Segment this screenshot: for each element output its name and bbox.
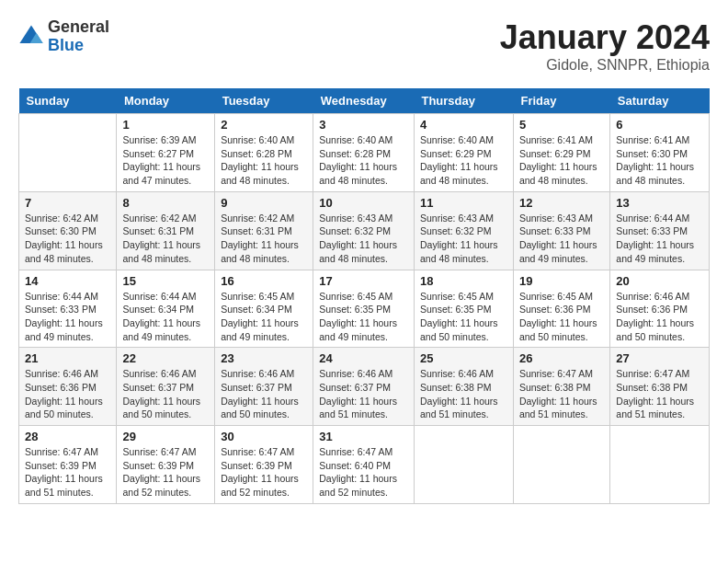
day-number: 14	[25, 274, 110, 288]
day-number: 28	[25, 430, 110, 443]
day-number: 5	[519, 118, 604, 132]
day-number: 21	[25, 351, 110, 365]
day-info: Sunrise: 6:41 AM Sunset: 6:29 PM Dayligh…	[519, 133, 604, 188]
day-info: Sunrise: 6:43 AM Sunset: 6:32 PM Dayligh…	[420, 212, 507, 266]
day-info: Sunrise: 6:47 AM Sunset: 6:38 PM Dayligh…	[519, 367, 604, 421]
day-info: Sunrise: 6:44 AM Sunset: 6:33 PM Dayligh…	[616, 212, 703, 266]
day-number: 9	[221, 196, 307, 210]
weekday-header-row: SundayMondayTuesdayWednesdayThursdayFrid…	[19, 88, 710, 114]
day-info: Sunrise: 6:44 AM Sunset: 6:34 PM Dayligh…	[122, 290, 209, 344]
day-cell: 31 Sunrise: 6:47 AM Sunset: 6:40 PM Dayl…	[313, 426, 415, 504]
day-cell: 15 Sunrise: 6:44 AM Sunset: 6:34 PM Dayl…	[117, 270, 215, 348]
day-cell: 1 Sunrise: 6:39 AM Sunset: 6:27 PM Dayli…	[117, 114, 215, 192]
week-row-4: 21 Sunrise: 6:46 AM Sunset: 6:36 PM Dayl…	[19, 348, 710, 426]
logo-general-text: General	[48, 18, 109, 37]
day-cell: 7 Sunrise: 6:42 AM Sunset: 6:30 PM Dayli…	[19, 191, 117, 270]
day-number: 31	[319, 430, 408, 443]
day-number: 15	[122, 274, 209, 288]
day-number: 3	[319, 118, 408, 132]
day-number: 8	[122, 196, 209, 210]
day-info: Sunrise: 6:47 AM Sunset: 6:40 PM Dayligh…	[319, 445, 408, 500]
day-cell: 10 Sunrise: 6:43 AM Sunset: 6:32 PM Dayl…	[313, 191, 415, 270]
day-cell: 30 Sunrise: 6:47 AM Sunset: 6:39 PM Dayl…	[215, 426, 313, 504]
day-info: Sunrise: 6:42 AM Sunset: 6:31 PM Dayligh…	[221, 212, 307, 266]
weekday-header-tuesday: Tuesday	[215, 88, 313, 114]
day-number: 26	[519, 351, 604, 365]
day-info: Sunrise: 6:45 AM Sunset: 6:35 PM Dayligh…	[319, 290, 408, 344]
weekday-header-monday: Monday	[117, 88, 215, 114]
day-info: Sunrise: 6:45 AM Sunset: 6:36 PM Dayligh…	[519, 290, 604, 344]
day-cell: 14 Sunrise: 6:44 AM Sunset: 6:33 PM Dayl…	[19, 270, 117, 348]
day-cell: 28 Sunrise: 6:47 AM Sunset: 6:39 PM Dayl…	[19, 426, 117, 504]
day-number: 10	[319, 196, 408, 210]
day-cell: 27 Sunrise: 6:47 AM Sunset: 6:38 PM Dayl…	[610, 348, 710, 426]
day-cell: 23 Sunrise: 6:46 AM Sunset: 6:37 PM Dayl…	[215, 348, 313, 426]
day-info: Sunrise: 6:42 AM Sunset: 6:31 PM Dayligh…	[122, 212, 209, 266]
title-section: January 2024 Gidole, SNNPR, Ethiopia	[500, 18, 710, 74]
week-row-2: 7 Sunrise: 6:42 AM Sunset: 6:30 PM Dayli…	[19, 191, 710, 270]
month-title: January 2024	[500, 18, 710, 57]
logo-blue-text: Blue	[48, 37, 109, 55]
day-info: Sunrise: 6:46 AM Sunset: 6:38 PM Dayligh…	[420, 367, 507, 421]
day-info: Sunrise: 6:47 AM Sunset: 6:39 PM Dayligh…	[25, 445, 110, 500]
logo-text: General Blue	[48, 18, 109, 55]
day-number: 25	[420, 351, 507, 365]
day-cell	[19, 114, 117, 192]
weekday-header-saturday: Saturday	[610, 88, 710, 114]
week-row-1: 1 Sunrise: 6:39 AM Sunset: 6:27 PM Dayli…	[19, 114, 710, 192]
day-number: 20	[616, 274, 703, 288]
week-row-3: 14 Sunrise: 6:44 AM Sunset: 6:33 PM Dayl…	[19, 270, 710, 348]
day-cell	[610, 426, 710, 504]
day-cell: 21 Sunrise: 6:46 AM Sunset: 6:36 PM Dayl…	[19, 348, 117, 426]
day-cell: 6 Sunrise: 6:41 AM Sunset: 6:30 PM Dayli…	[610, 114, 710, 192]
day-info: Sunrise: 6:43 AM Sunset: 6:32 PM Dayligh…	[319, 212, 408, 266]
day-info: Sunrise: 6:41 AM Sunset: 6:30 PM Dayligh…	[616, 133, 703, 188]
weekday-header-thursday: Thursday	[414, 88, 513, 114]
day-info: Sunrise: 6:47 AM Sunset: 6:38 PM Dayligh…	[616, 367, 703, 421]
day-info: Sunrise: 6:45 AM Sunset: 6:34 PM Dayligh…	[221, 290, 307, 344]
day-cell: 3 Sunrise: 6:40 AM Sunset: 6:28 PM Dayli…	[313, 114, 415, 192]
day-number: 6	[616, 118, 703, 132]
location-subtitle: Gidole, SNNPR, Ethiopia	[500, 57, 710, 74]
day-info: Sunrise: 6:43 AM Sunset: 6:33 PM Dayligh…	[519, 212, 604, 266]
day-cell: 29 Sunrise: 6:47 AM Sunset: 6:39 PM Dayl…	[117, 426, 215, 504]
day-number: 7	[25, 196, 110, 210]
weekday-header-friday: Friday	[513, 88, 609, 114]
day-cell: 11 Sunrise: 6:43 AM Sunset: 6:32 PM Dayl…	[414, 191, 513, 270]
weekday-header-sunday: Sunday	[19, 88, 117, 114]
day-cell: 24 Sunrise: 6:46 AM Sunset: 6:37 PM Dayl…	[313, 348, 415, 426]
day-number: 17	[319, 274, 408, 288]
week-row-5: 28 Sunrise: 6:47 AM Sunset: 6:39 PM Dayl…	[19, 426, 710, 504]
day-number: 18	[420, 274, 507, 288]
logo: General Blue	[18, 18, 109, 55]
day-cell: 5 Sunrise: 6:41 AM Sunset: 6:29 PM Dayli…	[513, 114, 609, 192]
day-cell	[414, 426, 513, 504]
day-cell: 20 Sunrise: 6:46 AM Sunset: 6:36 PM Dayl…	[610, 270, 710, 348]
day-cell: 16 Sunrise: 6:45 AM Sunset: 6:34 PM Dayl…	[215, 270, 313, 348]
day-cell: 8 Sunrise: 6:42 AM Sunset: 6:31 PM Dayli…	[117, 191, 215, 270]
day-number: 4	[420, 118, 507, 132]
page-header: General Blue January 2024 Gidole, SNNPR,…	[18, 18, 710, 74]
day-number: 11	[420, 196, 507, 210]
calendar-table: SundayMondayTuesdayWednesdayThursdayFrid…	[18, 88, 710, 504]
day-info: Sunrise: 6:47 AM Sunset: 6:39 PM Dayligh…	[122, 445, 209, 500]
day-number: 16	[221, 274, 307, 288]
day-number: 27	[616, 351, 703, 365]
day-info: Sunrise: 6:46 AM Sunset: 6:36 PM Dayligh…	[616, 290, 703, 344]
logo-icon	[18, 24, 44, 50]
day-info: Sunrise: 6:44 AM Sunset: 6:33 PM Dayligh…	[25, 290, 110, 344]
day-number: 24	[319, 351, 408, 365]
day-number: 1	[122, 118, 209, 132]
day-cell: 22 Sunrise: 6:46 AM Sunset: 6:37 PM Dayl…	[117, 348, 215, 426]
day-number: 30	[221, 430, 307, 443]
day-info: Sunrise: 6:40 AM Sunset: 6:28 PM Dayligh…	[319, 133, 408, 188]
day-number: 29	[122, 430, 209, 443]
day-info: Sunrise: 6:46 AM Sunset: 6:37 PM Dayligh…	[319, 367, 408, 421]
day-info: Sunrise: 6:42 AM Sunset: 6:30 PM Dayligh…	[25, 212, 110, 266]
day-info: Sunrise: 6:39 AM Sunset: 6:27 PM Dayligh…	[122, 133, 209, 188]
weekday-header-wednesday: Wednesday	[313, 88, 415, 114]
day-cell: 9 Sunrise: 6:42 AM Sunset: 6:31 PM Dayli…	[215, 191, 313, 270]
day-cell: 18 Sunrise: 6:45 AM Sunset: 6:35 PM Dayl…	[414, 270, 513, 348]
day-number: 12	[519, 196, 604, 210]
day-cell	[513, 426, 609, 504]
